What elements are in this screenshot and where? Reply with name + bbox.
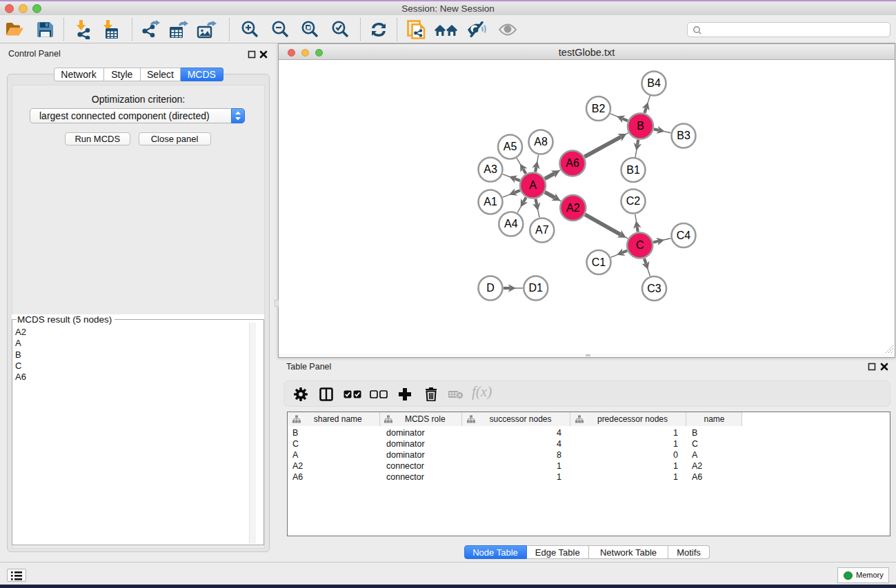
- svg-text:A8: A8: [534, 136, 548, 148]
- svg-text:A1: A1: [484, 196, 497, 207]
- svg-text:C3: C3: [647, 283, 661, 294]
- svg-text:C1: C1: [592, 256, 606, 268]
- svg-text:B4: B4: [647, 77, 661, 89]
- svg-text:A5: A5: [504, 141, 517, 152]
- svg-text:C: C: [636, 239, 644, 251]
- svg-text:B1: B1: [626, 164, 640, 176]
- svg-text:B2: B2: [592, 103, 606, 114]
- svg-text:A: A: [529, 179, 537, 191]
- svg-text:A3: A3: [484, 163, 497, 175]
- svg-text:C4: C4: [677, 230, 691, 241]
- svg-text:B3: B3: [677, 130, 690, 141]
- svg-text:D: D: [486, 282, 495, 294]
- svg-text:A2: A2: [566, 202, 580, 214]
- svg-text:A6: A6: [566, 157, 579, 169]
- svg-text:A4: A4: [504, 218, 518, 230]
- svg-text:B: B: [637, 120, 644, 132]
- svg-text:C2: C2: [626, 195, 641, 207]
- svg-text:D1: D1: [529, 282, 544, 294]
- svg-text:A7: A7: [535, 224, 549, 236]
